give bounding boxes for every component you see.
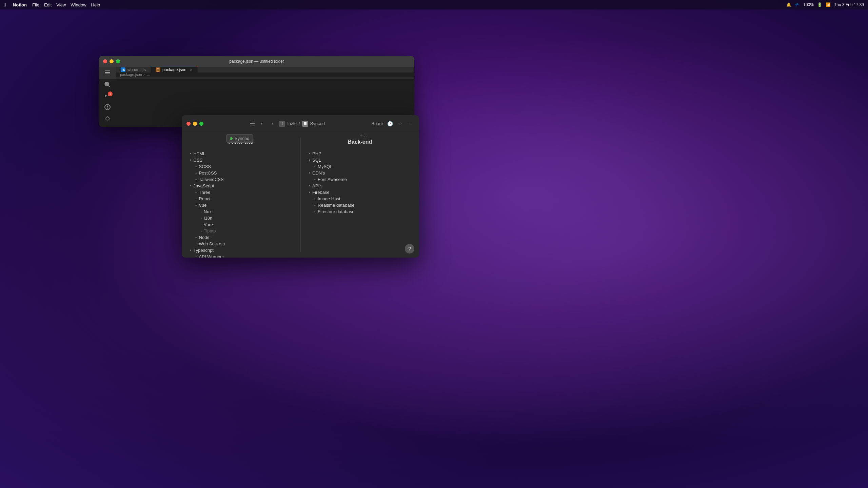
- list-item: MySQL: [309, 163, 411, 170]
- json-file-icon: { }: [156, 67, 160, 72]
- notion-titlebar: ‹ › T tazlo / Synced: [182, 115, 419, 132]
- star-icon[interactable]: ☆: [396, 120, 404, 128]
- add-block-button[interactable]: + ⠿: [360, 133, 367, 138]
- minimize-button[interactable]: [110, 59, 114, 63]
- svg-rect-1: [304, 123, 307, 124]
- vscode-sidebar: 1: [99, 67, 116, 79]
- more-icon[interactable]: ···: [406, 120, 414, 128]
- backend-title: Back-end: [309, 139, 411, 145]
- vscode-title: package.json — untitled folder: [229, 59, 284, 64]
- list-item: I18n: [190, 215, 292, 221]
- list-item-three: Three: [190, 189, 292, 196]
- list-item: PHP: [309, 150, 411, 157]
- datetime-label: Thu 3 Feb 17:39: [834, 2, 864, 7]
- extensions-icon[interactable]: [103, 116, 112, 122]
- breadcrumb-page-icon: [302, 121, 308, 127]
- clock-icon[interactable]: 🕐: [386, 120, 394, 128]
- wifi-icon: 📶: [826, 2, 831, 7]
- breadcrumb-separator: /: [299, 121, 300, 126]
- notion-toolbar-icons: 🕐 ☆ ···: [386, 120, 414, 128]
- git-badge: 1: [108, 92, 113, 96]
- list-item: HTML: [190, 150, 292, 157]
- vscode-tabs: 1 TS whoami.ts: [99, 67, 414, 79]
- notion-content: + ⠿ Front-end HTML CSS SCSS PostCSS Tail…: [182, 132, 419, 258]
- apple-menu-icon[interactable]: : [4, 2, 6, 8]
- list-item: Vue: [190, 202, 292, 208]
- list-item: Nuxt: [190, 208, 292, 215]
- menu-file[interactable]: File: [32, 2, 39, 7]
- hamburger-icon[interactable]: [250, 122, 255, 125]
- list-item: Firebase: [309, 189, 411, 196]
- frontend-column: Front-end HTML CSS SCSS PostCSS Tailwind…: [182, 132, 300, 258]
- breadcrumb-workspace-label: tazlo: [287, 121, 296, 126]
- search-icon[interactable]: [103, 81, 112, 87]
- menu-view[interactable]: View: [56, 2, 66, 7]
- synced-status-dot: [230, 137, 233, 140]
- app-name-label: Notion: [13, 2, 27, 7]
- list-item: API's: [309, 183, 411, 189]
- list-item: JavaScript: [190, 183, 292, 189]
- ts-file-icon: TS: [121, 67, 125, 72]
- sleep-icon: 💤: [795, 2, 800, 7]
- breadcrumb-page-label: Synced: [310, 121, 325, 126]
- share-button[interactable]: Share: [371, 121, 383, 126]
- list-item: Image Host: [309, 196, 411, 202]
- list-item: Node: [190, 234, 292, 241]
- notification-icon[interactable]: 🔔: [786, 2, 791, 7]
- help-button[interactable]: ?: [405, 244, 414, 253]
- list-item: Web Sockets: [190, 241, 292, 247]
- battery-label: 100%: [803, 2, 814, 7]
- list-item: SCSS: [190, 163, 292, 170]
- maximize-button[interactable]: [116, 59, 120, 63]
- vscode-breadcrumb: package.json > ...: [116, 73, 414, 77]
- list-item-font-awesome: Font Awesome: [309, 176, 411, 183]
- breadcrumb-file: package.json: [120, 73, 142, 77]
- synced-badge: Synced: [226, 134, 253, 143]
- notion-titlebar-center: ‹ › T tazlo / Synced: [203, 120, 371, 128]
- menubar-left:  Notion File Edit View Window Help: [4, 2, 100, 8]
- notion-close-button[interactable]: [186, 122, 191, 126]
- notion-window-controls: [186, 122, 203, 126]
- menu-edit[interactable]: Edit: [44, 2, 52, 7]
- notion-window: ‹ › T tazlo / Synced: [182, 115, 419, 258]
- desktop:  Notion File Edit View Window Help 🔔 💤 …: [0, 0, 868, 488]
- code-editor[interactable]: 1234 5678 9101112 13141516 { "name": "ta…: [116, 77, 414, 80]
- vscode-titlebar: package.json — untitled folder: [99, 56, 414, 67]
- list-item: React: [190, 196, 292, 202]
- breadcrumb-separator: >: [143, 73, 145, 77]
- list-item: Firestore database: [309, 208, 411, 215]
- tab-whoami[interactable]: TS whoami.ts: [116, 67, 151, 73]
- list-item: API Wrapper: [190, 253, 292, 258]
- svg-rect-2: [304, 124, 307, 125]
- menubar-right: 🔔 💤 100% 🔋 📶 Thu 3 Feb 17:39: [786, 2, 864, 7]
- backend-column: Back-end PHP SQL MySQL CDN's Font Awesom…: [301, 132, 419, 258]
- svg-rect-0: [304, 122, 307, 123]
- list-item: TailwindCSS: [190, 176, 292, 183]
- tab-whoami-label: whoami.ts: [127, 67, 146, 72]
- menubar:  Notion File Edit View Window Help 🔔 💤 …: [0, 0, 868, 9]
- tab-close-icon[interactable]: ×: [190, 67, 193, 73]
- frontend-list: HTML CSS SCSS PostCSS TailwindCSS JavaSc…: [190, 150, 292, 258]
- close-button[interactable]: [103, 59, 107, 63]
- nav-forward-button[interactable]: ›: [268, 120, 276, 128]
- menu-help[interactable]: Help: [91, 2, 100, 7]
- list-item: PostCSS: [190, 170, 292, 176]
- menu-items: File Edit View Window Help: [32, 2, 100, 7]
- window-controls: [103, 59, 120, 63]
- git-icon[interactable]: 1: [103, 93, 112, 99]
- menu-window[interactable]: Window: [71, 2, 86, 7]
- tab-package-json-label: package.json: [162, 67, 186, 72]
- list-item: CSS: [190, 157, 292, 163]
- notion-minimize-button[interactable]: [193, 122, 197, 126]
- list-item-tiptap: Tiptap: [190, 228, 292, 234]
- nav-back-button[interactable]: ‹: [257, 120, 265, 128]
- notion-footer: ?: [405, 244, 414, 253]
- debug-icon[interactable]: [103, 104, 112, 110]
- explorer-icon[interactable]: [103, 69, 112, 76]
- list-item: Realtime database: [309, 202, 411, 208]
- list-item: Typescript: [190, 247, 292, 253]
- notion-maximize-button[interactable]: [199, 122, 203, 126]
- list-item: Vuex: [190, 221, 292, 228]
- breadcrumb-workspace-icon: T: [279, 121, 285, 127]
- tab-package-json[interactable]: { } package.json ×: [151, 67, 198, 73]
